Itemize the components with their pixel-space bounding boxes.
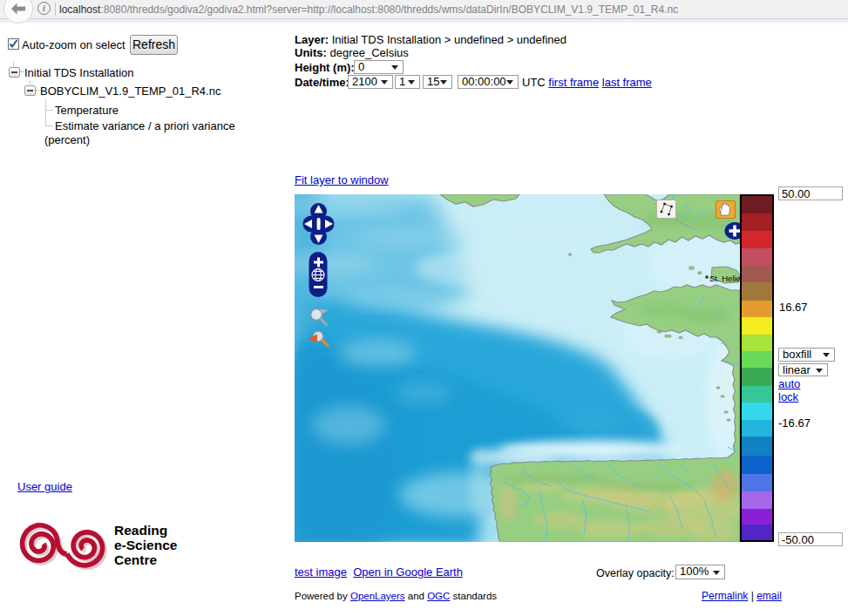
svg-text:St. Helier: St. Helier xyxy=(709,274,740,283)
svg-text:e-Science: e-Science xyxy=(114,538,178,552)
svg-text:Centre: Centre xyxy=(114,552,157,567)
svg-text:Reading: Reading xyxy=(114,523,167,538)
